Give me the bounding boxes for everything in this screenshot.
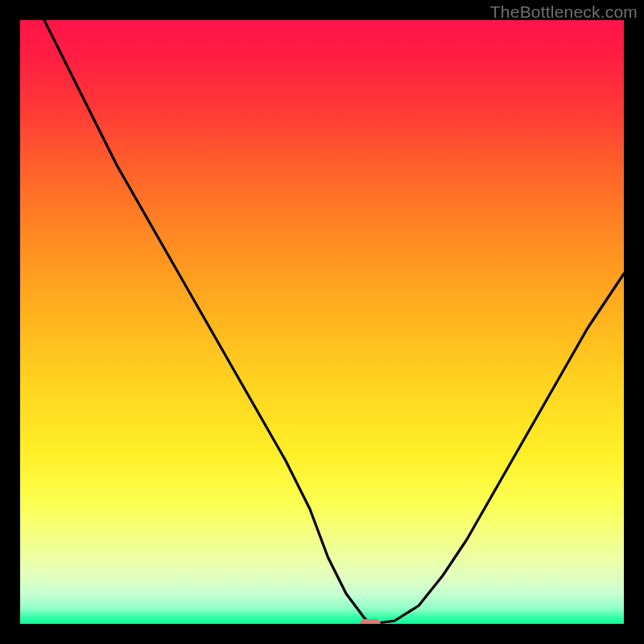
optimal-point-marker — [360, 619, 381, 624]
watermark-text: TheBottleneck.com — [490, 2, 638, 22]
chart-frame: TheBottleneck.com — [0, 0, 644, 644]
plot-area — [20, 20, 624, 624]
bottleneck-curve — [20, 20, 624, 624]
